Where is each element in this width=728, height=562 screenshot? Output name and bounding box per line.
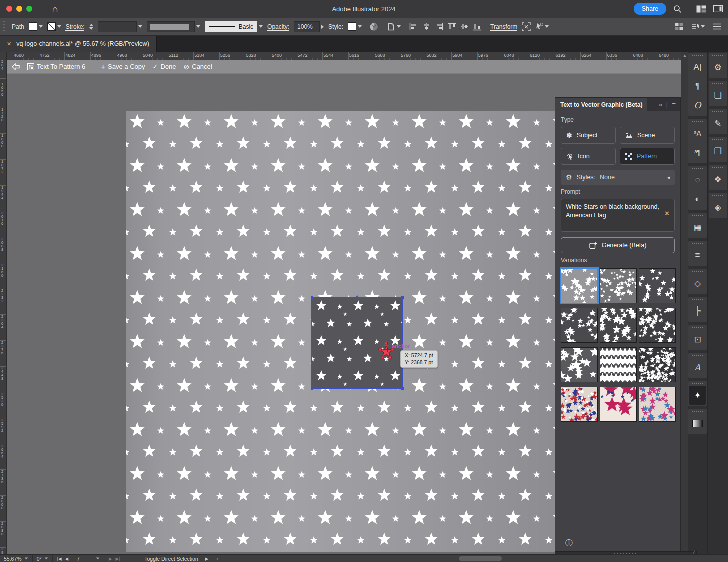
first-artboard-icon[interactable]: |◀ xyxy=(58,556,62,561)
dock-group-grip[interactable] xyxy=(692,327,704,328)
document-setup-control[interactable] xyxy=(387,22,401,31)
previous-artboard-icon[interactable]: ◀ xyxy=(65,556,68,561)
styles-row[interactable]: ⚙ Styles: None ◂ xyxy=(561,170,675,185)
variation-thumbnail-6[interactable] xyxy=(639,308,676,343)
dock-group-grip[interactable] xyxy=(692,383,704,384)
clear-prompt-icon[interactable]: ✕ xyxy=(664,209,670,218)
dock-group-grip[interactable] xyxy=(692,271,704,272)
opentype-panel-icon[interactable]: O xyxy=(689,96,706,115)
stroke-weight-dropdown[interactable] xyxy=(98,21,142,32)
fill-color-control[interactable] xyxy=(29,22,43,31)
align-left-icon[interactable] xyxy=(410,23,418,30)
close-window-button[interactable] xyxy=(6,6,12,12)
close-tab-icon[interactable]: ✕ xyxy=(7,41,12,47)
transparency-panel-icon[interactable]: ◐ xyxy=(689,190,706,209)
share-button[interactable]: Share xyxy=(634,3,666,15)
selection-corner-handle[interactable] xyxy=(311,387,314,390)
variation-thumbnail-8[interactable] xyxy=(600,347,637,382)
align-center-icon[interactable] xyxy=(422,23,430,30)
collapse-status-icon[interactable]: ‹ xyxy=(216,556,218,562)
stroke-label[interactable]: Stroke: xyxy=(66,23,85,30)
style-swatch[interactable] xyxy=(348,22,356,31)
swatches-panel-icon[interactable]: ▦ xyxy=(689,218,706,237)
dock-group-grip[interactable] xyxy=(692,243,704,244)
collapse-panel-icon[interactable]: » xyxy=(659,101,662,108)
isolate-selection-control[interactable] xyxy=(536,23,549,31)
zoom-window-button[interactable] xyxy=(26,6,32,12)
gradient-panel-icon[interactable] xyxy=(689,414,706,433)
arrange-documents-icon[interactable] xyxy=(675,23,684,30)
stroke-weight-stepper[interactable] xyxy=(90,24,94,30)
align-right-icon[interactable] xyxy=(436,23,444,30)
next-artboard-icon[interactable]: ▶ xyxy=(109,556,112,561)
rotation-dropdown[interactable]: 0° xyxy=(33,555,53,562)
dock-group-grip[interactable] xyxy=(692,121,704,122)
dock-group-grip[interactable] xyxy=(692,55,704,56)
dock-group-grip[interactable] xyxy=(712,139,724,140)
variation-thumbnail-4[interactable] xyxy=(561,308,598,343)
graphic-style-dropdown[interactable] xyxy=(348,22,362,31)
dock-group-grip[interactable] xyxy=(712,195,724,196)
paragraph-styles-panel-icon[interactable]: ᵃ¶ xyxy=(689,143,706,162)
opacity-control[interactable]: 100% xyxy=(294,21,324,32)
variation-thumbnail-3[interactable] xyxy=(639,268,676,303)
align-top-icon[interactable] xyxy=(448,23,456,31)
document-arrangement-dropdown[interactable] xyxy=(692,23,705,30)
align-middle-icon[interactable] xyxy=(461,23,468,31)
vertical-scrollbar[interactable]: ▲ xyxy=(681,52,688,555)
pattern-options-panel-icon[interactable]: ⊡ xyxy=(689,330,706,349)
search-icon[interactable] xyxy=(674,5,682,13)
horizontal-scrollbar-thumb[interactable] xyxy=(459,556,502,561)
stroke-panel-icon[interactable]: ≡ xyxy=(689,246,706,265)
dock-group-grip[interactable] xyxy=(712,55,724,56)
opacity-label[interactable]: Opacity: xyxy=(268,23,290,30)
type-icon-button[interactable]: Icon xyxy=(561,148,616,165)
stroke-color-control[interactable] xyxy=(48,22,62,31)
variation-thumbnail-1-selected[interactable] xyxy=(561,268,598,303)
character-styles-panel-icon[interactable]: ᵃA xyxy=(689,124,706,143)
scroll-up-icon[interactable]: ▲ xyxy=(683,53,687,58)
artboard-number-dropdown[interactable]: 7 xyxy=(73,555,104,562)
recolor-artwork-icon[interactable] xyxy=(370,22,378,31)
variation-thumbnail-5[interactable] xyxy=(600,308,637,343)
dock-group-grip[interactable] xyxy=(712,167,724,168)
type-scene-button[interactable]: Scene xyxy=(620,127,675,144)
glyphs-panel-icon[interactable]: A xyxy=(689,358,706,377)
info-icon[interactable]: ⓘ xyxy=(566,538,573,548)
dock-group-grip[interactable] xyxy=(692,411,704,412)
workspace-layout-icon[interactable] xyxy=(696,5,706,13)
selection-corner-handle[interactable] xyxy=(402,296,404,299)
brushes-panel-icon[interactable]: ✎ xyxy=(710,114,727,133)
3d-materials-panel-icon[interactable]: ◇ xyxy=(689,274,706,293)
dock-group-grip[interactable] xyxy=(692,355,704,356)
variation-thumbnail-9[interactable] xyxy=(639,347,676,382)
libraries-panel-icon[interactable]: ❖ xyxy=(710,170,727,189)
minimize-window-button[interactable] xyxy=(16,6,22,12)
vertical-ruler[interactable]: 1 5 8 41 6 5 61 7 2 81 8 0 01 8 7 21 9 4… xyxy=(0,60,7,555)
control-bar-grip[interactable] xyxy=(3,21,6,32)
home-icon[interactable]: ⌂ xyxy=(46,4,65,14)
document-tab[interactable]: ✕ vq-logo-channels.ai* @ 55.67 % (RGB/Pr… xyxy=(0,36,157,52)
variation-thumbnail-2[interactable] xyxy=(600,268,637,303)
variation-thumbnail-11[interactable] xyxy=(600,387,637,422)
stroke-swatch-none[interactable] xyxy=(48,22,56,31)
last-artboard-icon[interactable]: ▶| xyxy=(116,556,120,561)
cancel-button[interactable]: ⊘Cancel xyxy=(184,63,212,71)
align-panel-icon[interactable]: ╞ xyxy=(689,302,706,321)
layers-panel-icon[interactable]: ◈ xyxy=(710,198,727,217)
align-bottom-icon[interactable] xyxy=(474,23,481,31)
artboards-panel-icon[interactable]: ❐ xyxy=(710,142,727,161)
back-arrow-icon[interactable] xyxy=(12,63,20,70)
variation-thumbnail-10[interactable] xyxy=(561,387,598,422)
text-to-vector-panel-icon[interactable]: ✦ xyxy=(689,386,706,405)
fill-swatch[interactable] xyxy=(29,22,38,31)
prompt-input[interactable]: White Stars on black background, America… xyxy=(561,199,675,232)
panel-menu-icon[interactable]: ≡ xyxy=(672,101,676,109)
brush-definition-dropdown[interactable]: Basic xyxy=(205,21,263,32)
dock-group-grip[interactable] xyxy=(692,215,704,216)
pathfinder-panel-icon[interactable]: ❏ xyxy=(710,86,727,105)
variation-thumbnail-7[interactable] xyxy=(561,347,598,382)
generate-button[interactable]: Generate (Beta) xyxy=(561,237,675,253)
character-panel-icon[interactable]: A| xyxy=(689,58,706,77)
properties-panel-icon[interactable]: ⚙ xyxy=(710,58,727,77)
